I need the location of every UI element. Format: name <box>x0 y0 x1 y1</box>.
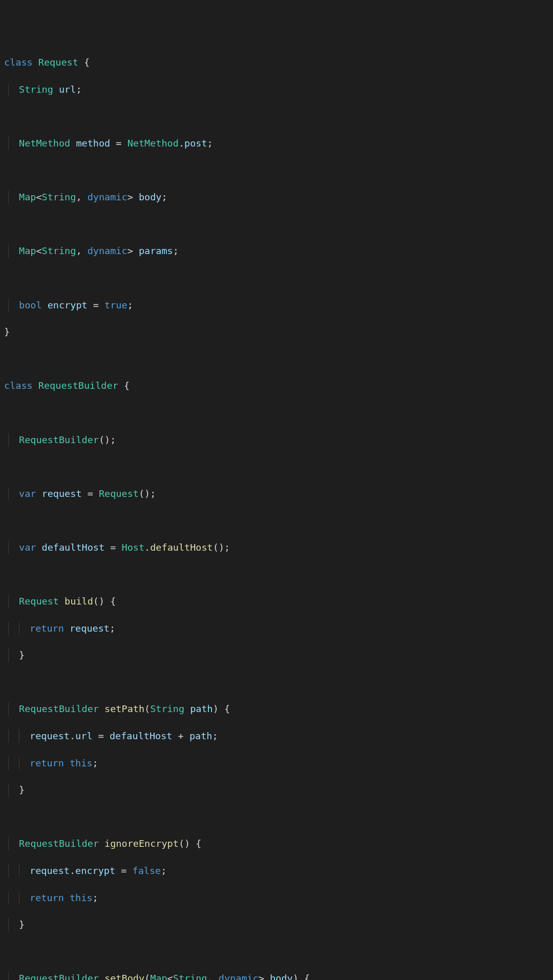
keyword: class <box>4 57 33 68</box>
code-line[interactable]: Map<String, dynamic> body; <box>2 191 551 204</box>
code-line[interactable]: class RequestBuilder { <box>2 379 551 392</box>
code-line[interactable]: request.url = defaultHost + path; <box>2 729 551 743</box>
code-line[interactable]: RequestBuilder setPath(String path) { <box>2 702 551 716</box>
code-line[interactable]: } <box>2 918 551 931</box>
code-line[interactable] <box>2 164 551 177</box>
code-line[interactable] <box>2 272 551 285</box>
code-line[interactable] <box>2 568 551 581</box>
code-line[interactable]: class Request { <box>2 56 551 69</box>
code-line[interactable] <box>2 406 551 420</box>
code-line[interactable]: return this; <box>2 757 551 770</box>
code-line[interactable]: Request build() { <box>2 595 551 608</box>
code-line[interactable] <box>2 945 551 958</box>
code-line[interactable]: RequestBuilder(); <box>2 433 551 447</box>
code-line[interactable]: return this; <box>2 891 551 905</box>
code-line[interactable]: var defaultHost = Host.defaultHost(); <box>2 541 551 554</box>
code-line[interactable] <box>2 810 551 824</box>
type: Request <box>38 57 78 68</box>
code-line[interactable]: bool encrypt = true; <box>2 299 551 312</box>
code-line[interactable]: RequestBuilder ignoreEncrypt() { <box>2 837 551 850</box>
code-line[interactable] <box>2 676 551 689</box>
code-line[interactable]: request.encrypt = false; <box>2 864 551 878</box>
code-line[interactable]: var request = Request(); <box>2 487 551 501</box>
code-line[interactable]: } <box>2 649 551 662</box>
code-line[interactable] <box>2 514 551 527</box>
code-editor[interactable]: class Request { String url; NetMethod me… <box>2 43 551 980</box>
code-line[interactable]: String url; <box>2 83 551 96</box>
code-line[interactable]: } <box>2 325 551 339</box>
field: url <box>59 84 76 95</box>
code-line[interactable]: NetMethod method = NetMethod.post; <box>2 137 551 150</box>
code-line[interactable]: RequestBuilder setBody(Map<String, dynam… <box>2 972 551 980</box>
code-line[interactable] <box>2 110 551 123</box>
method: build <box>65 596 93 607</box>
code-line[interactable]: Map<String, dynamic> params; <box>2 244 551 258</box>
code-line[interactable] <box>2 352 551 366</box>
code-line[interactable] <box>2 218 551 231</box>
code-line[interactable]: } <box>2 783 551 797</box>
code-line[interactable] <box>2 460 551 473</box>
code-line[interactable]: return request; <box>2 622 551 635</box>
